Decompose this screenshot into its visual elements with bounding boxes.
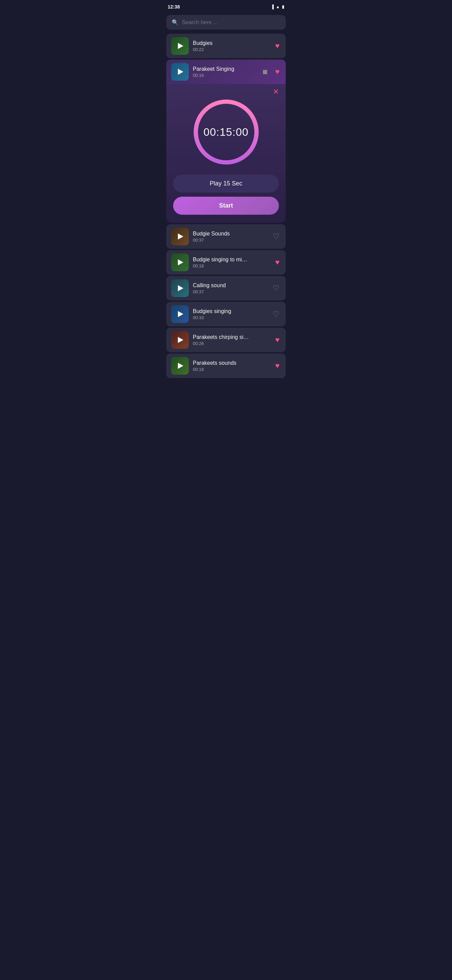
thumbnail-parakeet-singing bbox=[171, 63, 189, 81]
play-icon-budgies-singing bbox=[178, 311, 183, 317]
wifi-icon: ▲ bbox=[276, 5, 280, 9]
play-overlay-parakeet bbox=[171, 63, 189, 81]
sound-duration-budgies-singing: 00:33 bbox=[193, 315, 267, 320]
sound-title-budgie-singing-mi: Budgie singing to mi… bbox=[193, 256, 270, 263]
sound-item-calling-sound[interactable]: Calling sound 00:37 ♡ bbox=[166, 276, 286, 301]
play-overlay-parakeets-chirping bbox=[171, 331, 189, 349]
play-icon-parakeets-chirping bbox=[178, 337, 183, 343]
thumbnail-budgies-singing bbox=[171, 305, 189, 323]
timer-display: 00:15:00 bbox=[203, 126, 249, 138]
sound-info-calling-sound: Calling sound 00:37 bbox=[193, 282, 267, 294]
favorite-btn-budgie-sounds[interactable]: ♡ bbox=[271, 231, 281, 242]
status-bar: 12:38 ▐ ▲ ▮ bbox=[162, 0, 290, 12]
sound-duration-parakeet-singing: 00:16 bbox=[193, 73, 256, 78]
sound-item-parakeets-chirping[interactable]: Parakeets chirping si… 00:26 ♥ bbox=[166, 328, 286, 352]
sound-title-budgies-singing: Budgies singing bbox=[193, 308, 267, 314]
play-icon-parakeets-sounds bbox=[178, 363, 183, 369]
sound-title-calling-sound: Calling sound bbox=[193, 282, 267, 288]
thumbnail-budgie-singing-mi bbox=[171, 253, 189, 271]
sound-item-budgies[interactable]: Budgies 00:22 ♥ bbox=[166, 34, 286, 58]
sound-info-parakeets-chirping: Parakeets chirping si… 00:26 bbox=[193, 334, 270, 346]
play-overlay-budgie-singing-mi bbox=[171, 253, 189, 271]
sound-info-parakeets-sounds: Parakeets sounds 00:18 bbox=[193, 360, 270, 372]
sound-item-budgie-singing-mi[interactable]: Budgie singing to mi… 00:18 ♥ bbox=[166, 250, 286, 275]
sound-title-budgie-sounds: Budgie Sounds bbox=[193, 231, 267, 237]
sound-title-budgies: Budgies bbox=[193, 40, 270, 46]
search-icon: 🔍 bbox=[172, 19, 179, 25]
sound-duration-budgie-sounds: 00:37 bbox=[193, 237, 267, 243]
play-overlay-budgie-sounds bbox=[171, 228, 189, 245]
play-icon-budgie-sounds bbox=[178, 234, 183, 240]
sound-item-budgie-sounds[interactable]: Budgie Sounds 00:37 ♡ bbox=[166, 224, 286, 249]
thumbnail-parakeets-sounds bbox=[171, 357, 189, 375]
start-btn[interactable]: Start bbox=[173, 197, 279, 215]
status-time: 12:38 bbox=[168, 4, 180, 10]
favorite-btn-budgies-singing[interactable]: ♡ bbox=[271, 308, 281, 320]
favorite-btn-parakeets-chirping[interactable]: ♥ bbox=[274, 334, 281, 346]
expanded-timer-panel: ✕ 00:15:00 Play 15 Sec Start bbox=[166, 84, 286, 223]
sound-info-budgie-singing-mi: Budgie singing to mi… 00:18 bbox=[193, 256, 270, 269]
play-icon-budgies bbox=[178, 43, 183, 49]
search-input[interactable] bbox=[182, 19, 280, 25]
sound-duration-parakeets-chirping: 00:26 bbox=[193, 341, 270, 346]
sound-duration-parakeets-sounds: 00:18 bbox=[193, 367, 270, 372]
sound-info-budgies: Budgies 00:22 bbox=[193, 40, 270, 52]
sound-info-parakeet-singing: Parakeet Singing 00:16 bbox=[193, 66, 256, 78]
status-icons: ▐ ▲ ▮ bbox=[271, 5, 284, 9]
sound-item-parakeets-sounds[interactable]: Parakeets sounds 00:18 ♥ bbox=[166, 353, 286, 378]
favorite-btn-budgie-singing-mi[interactable]: ♥ bbox=[274, 256, 281, 268]
play-icon-calling-sound bbox=[178, 285, 183, 291]
sound-item-parakeet-singing[interactable]: Parakeet Singing 00:16 ⏹ ♥ bbox=[166, 60, 286, 84]
thumbnail-budgie-sounds bbox=[171, 228, 189, 245]
favorite-btn-budgies[interactable]: ♥ bbox=[274, 40, 281, 52]
sound-item-budgies-singing[interactable]: Budgies singing 00:33 ♡ bbox=[166, 302, 286, 326]
search-bar[interactable]: 🔍 bbox=[166, 15, 286, 30]
timer-circle: 00:15:00 bbox=[190, 96, 262, 168]
play-icon-parakeet bbox=[178, 69, 183, 75]
thumbnail-budgies bbox=[171, 37, 189, 55]
sound-info-budgies-singing: Budgies singing 00:33 bbox=[193, 308, 267, 320]
stop-btn-parakeet[interactable]: ⏹ bbox=[260, 67, 270, 77]
play-overlay-budgies-singing bbox=[171, 305, 189, 323]
thumbnail-parakeets-chirping bbox=[171, 331, 189, 349]
sound-info-budgie-sounds: Budgie Sounds 00:37 bbox=[193, 231, 267, 243]
thumbnail-calling-sound bbox=[171, 279, 189, 297]
favorite-btn-parakeet-singing[interactable]: ♥ bbox=[274, 66, 281, 78]
sound-duration-calling-sound: 00:37 bbox=[193, 289, 267, 294]
close-timer-btn[interactable]: ✕ bbox=[273, 88, 279, 96]
play-icon-budgie-singing-mi bbox=[178, 259, 183, 266]
battery-icon: ▮ bbox=[282, 5, 284, 9]
sim-icon: ▐ bbox=[271, 5, 274, 9]
favorite-btn-parakeets-sounds[interactable]: ♥ bbox=[274, 360, 281, 372]
play-overlay-parakeets-sounds bbox=[171, 357, 189, 375]
play-overlay-budgies bbox=[171, 37, 189, 55]
play-15-sec-btn[interactable]: Play 15 Sec bbox=[173, 175, 279, 192]
play-overlay-calling-sound bbox=[171, 279, 189, 297]
sound-title-parakeets-chirping: Parakeets chirping si… bbox=[193, 334, 270, 340]
sound-duration-budgies: 00:22 bbox=[193, 47, 270, 52]
favorite-btn-calling-sound[interactable]: ♡ bbox=[271, 282, 281, 294]
sound-title-parakeet-singing: Parakeet Singing bbox=[193, 66, 256, 72]
sound-title-parakeets-sounds: Parakeets sounds bbox=[193, 360, 270, 366]
sound-duration-budgie-singing-mi: 00:18 bbox=[193, 263, 270, 269]
